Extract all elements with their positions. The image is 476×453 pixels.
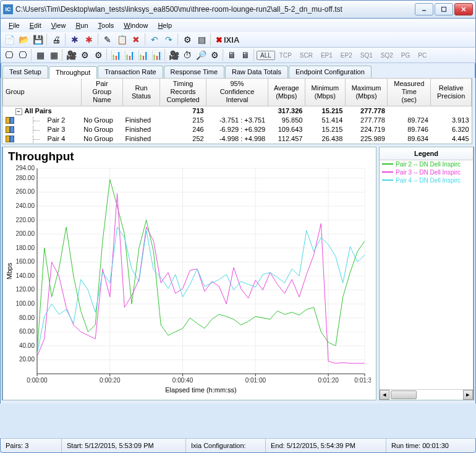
tab-endpoint-configuration[interactable]: Endpoint Configuration [289,66,372,78]
collapse-icon[interactable]: − [15,108,22,115]
ixia-logo: ✖IXIA [216,35,239,45]
t2-icon-14[interactable]: 🔎 [194,48,208,62]
redo-icon[interactable]: ↷ [162,33,176,46]
save-icon[interactable]: 💾 [31,33,45,46]
t2-icon-9[interactable]: 📊 [122,48,136,62]
tab-raw-data-totals[interactable]: Raw Data Totals [225,66,288,78]
filter-tag-scr[interactable]: SCR [296,51,317,60]
filter-tag-sq2[interactable]: SQ2 [377,51,397,60]
stop-icon[interactable]: ✱ [82,33,96,46]
table-row[interactable]: Pair 4 No GroupFinished252-4.998 : +4.99… [3,134,472,144]
throughput-chart[interactable]: 20.0040.0060.0080.00100.00120.00140.0016… [3,163,371,399]
menu-help[interactable]: Help [153,20,176,30]
t2-icon-1[interactable]: 🖵 [2,48,16,62]
legend-panel: Legend Pair 2 -- DN Dell InspircPair 3 -… [379,147,474,400]
table-row[interactable]: Pair 2 No GroupFinished215-3.751 : +3.75… [3,116,472,125]
menu-file[interactable]: File [4,20,24,30]
status-bar: Pairs: 3 Start: 5/12/2015, 5:53:09 PM Ix… [0,438,476,453]
t2-icon-17[interactable]: 🖥 [239,48,252,62]
menu-tools[interactable]: Tools [94,20,119,30]
copy-icon[interactable]: 📋 [115,33,129,46]
col-header[interactable]: Maximum(Mbps) [345,79,388,106]
filter-tag-ep2[interactable]: EP2 [337,51,356,60]
filter-tag-all[interactable]: ALL [257,51,275,60]
legend-item[interactable]: Pair 4 -- DN Dell Inspirc [380,176,473,184]
col-header[interactable]: 95%ConfidenceInterval [206,79,268,106]
t2-icon-10[interactable]: 📊 [136,48,150,62]
print-icon[interactable]: 🖨 [49,33,63,46]
filter-tag-pc[interactable]: PC [414,51,430,60]
toolbar-1: 📄 📂 💾 🖨 ✱ ✱ ✎ 📋 ✖ ↶ ↷ ⚙ ▤ ✖IXIA [0,32,476,48]
t2-icon-6[interactable]: ⚙ [78,48,91,62]
svg-text:100.00: 100.00 [15,300,35,307]
col-header[interactable]: RelativePrecision [431,79,472,106]
delete-icon[interactable]: ✖ [129,33,143,46]
svg-text:Elapsed time (h:mm:ss): Elapsed time (h:mm:ss) [165,386,237,394]
pair-icon [6,126,14,133]
t2-icon-16[interactable]: 🖥 [225,48,239,62]
new-icon[interactable]: 📄 [2,33,16,46]
t2-icon-2[interactable]: 🖵 [16,48,30,62]
col-header[interactable]: Average(Mbps) [268,79,305,106]
table-row-totals[interactable]: −All Pairs 713317.326 15.215277.778 [3,106,472,116]
svg-text:294.00: 294.00 [15,165,35,171]
legend-scrollbar[interactable]: ◂ ▸ [380,389,473,400]
col-header[interactable]: PairGroupName [81,79,122,106]
svg-text:0:01:20: 0:01:20 [318,377,339,384]
close-button[interactable] [454,3,473,15]
edit-icon[interactable]: ✎ [101,33,114,46]
t2-icon-5[interactable]: 🎥 [64,48,78,62]
filter-tag-sq1[interactable]: SQ1 [357,51,376,60]
results-grid[interactable]: GroupPairGroupNameRunStatusTimingRecords… [2,78,472,144]
chart-title: Throughput [3,147,376,163]
t2-icon-12[interactable]: 🎥 [167,48,181,62]
table-row[interactable]: Pair 3 No GroupFinished246-6.929 : +6.92… [3,125,472,134]
col-header[interactable]: MeasuredTime(sec) [388,79,431,106]
col-header[interactable]: Group [3,79,82,106]
menu-view[interactable]: View [47,20,70,30]
run-icon[interactable]: ✱ [68,33,82,46]
filter-tag-ep1[interactable]: EP1 [317,51,336,60]
t2-icon-15[interactable]: ⚙ [208,48,221,62]
undo-icon[interactable]: ↶ [148,33,161,46]
window-title: C:\Users\Tim\Desktop\wlan_tests\linksys_… [15,5,415,14]
t2-icon-4[interactable]: ▦ [47,48,61,62]
svg-text:20.00: 20.00 [19,356,35,363]
tab-transaction-rate[interactable]: Transaction Rate [98,66,163,78]
col-header[interactable]: Minimum(Mbps) [305,79,345,106]
config-icon[interactable]: ⚙ [181,33,194,46]
t2-icon-13[interactable]: ⏱ [181,48,194,62]
legend-label: Pair 2 -- DN Dell Inspirc [396,161,461,168]
col-header[interactable]: RunStatus [123,79,160,106]
scroll-left-icon[interactable]: ◂ [380,390,389,400]
menu-window[interactable]: Window [119,20,152,30]
menu-run[interactable]: Run [71,20,92,30]
status-start-label: Start: [67,442,83,449]
tab-throughput[interactable]: Throughput [49,66,97,79]
pair-icon [6,136,14,142]
svg-text:220.00: 220.00 [15,216,35,223]
svg-text:80.00: 80.00 [19,314,35,321]
legend-item[interactable]: Pair 2 -- DN Dell Inspirc [380,160,473,168]
t2-icon-7[interactable]: ⚙ [91,48,105,62]
svg-text:120.00: 120.00 [15,286,35,293]
svg-text:160.00: 160.00 [15,258,35,265]
minimize-button[interactable] [415,3,433,15]
t2-icon-3[interactable]: ▦ [33,48,47,62]
filter-tag-pg[interactable]: PG [397,51,414,60]
tab-response-time[interactable]: Response Time [164,66,224,78]
scroll-thumb[interactable] [391,390,417,399]
status-run-value: 00:01:30 [422,442,449,449]
open-icon[interactable]: 📂 [17,33,30,46]
t2-icon-11[interactable]: 📊 [150,48,163,62]
col-header[interactable]: TimingRecordsCompleted [160,79,206,106]
layers-icon[interactable]: ▤ [195,33,208,46]
svg-text:0:01:00: 0:01:00 [245,377,266,384]
scroll-right-icon[interactable]: ▸ [463,390,473,400]
tab-test-setup[interactable]: Test Setup [2,66,48,78]
maximize-button[interactable] [435,3,453,15]
menu-edit[interactable]: Edit [25,20,46,30]
filter-tag-tcp[interactable]: TCP [276,51,295,60]
t2-icon-8[interactable]: 📊 [109,48,122,62]
legend-item[interactable]: Pair 3 -- DN Dell Inspirc [380,168,473,176]
